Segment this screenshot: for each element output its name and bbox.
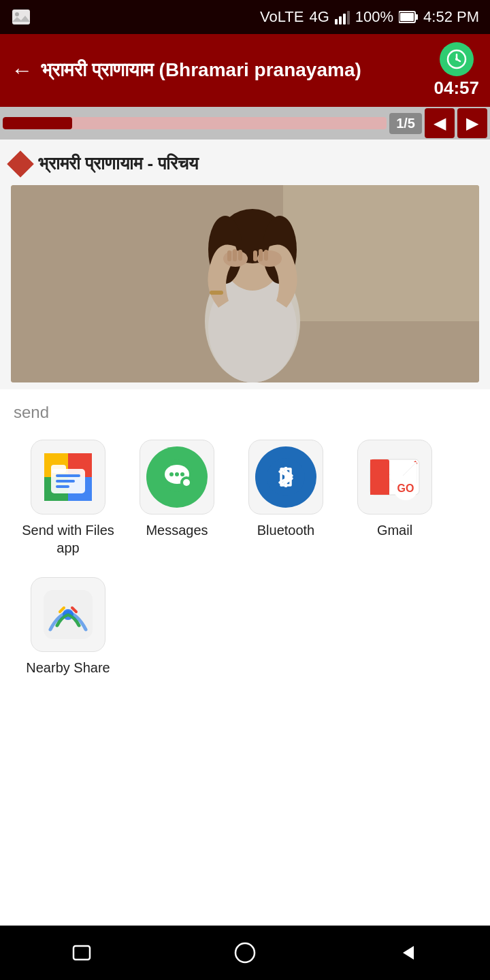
nearby-icon-container bbox=[31, 577, 105, 652]
share-grid: Send with Files app bbox=[0, 433, 490, 690]
nav-back-button[interactable] bbox=[388, 932, 429, 973]
svg-rect-5 bbox=[347, 11, 350, 24]
app-header: ← भ्रामरी प्राणायाम (Bhramari pranayama)… bbox=[0, 34, 490, 107]
section-title-row: भ्रामरी प्राणायाम - परिचय bbox=[11, 153, 479, 174]
section-title: भ्रामरी प्राणायाम - परिचय bbox=[38, 153, 198, 174]
svg-rect-3 bbox=[339, 16, 342, 24]
svg-rect-35 bbox=[51, 465, 66, 473]
bluetooth-label: Bluetooth bbox=[257, 521, 315, 539]
share-item-messages[interactable]: Messages bbox=[122, 433, 231, 570]
share-item-files[interactable]: Send with Files app bbox=[14, 433, 122, 570]
battery-icon bbox=[399, 10, 418, 24]
timer-value: 04:57 bbox=[434, 78, 480, 99]
svg-point-42 bbox=[183, 479, 190, 486]
svg-point-43 bbox=[169, 472, 174, 476]
progress-area: 1/5 ◀ ▶ bbox=[0, 107, 490, 140]
svg-point-44 bbox=[175, 472, 179, 476]
bluetooth-icon bbox=[255, 446, 316, 508]
timer-icon bbox=[440, 42, 474, 76]
nearby-label: Nearby Share bbox=[26, 659, 110, 676]
share-item-nearby[interactable]: Nearby Share bbox=[14, 570, 122, 690]
bluetooth-icon-container bbox=[248, 440, 323, 514]
svg-rect-38 bbox=[56, 485, 69, 488]
share-title: send bbox=[0, 403, 490, 433]
svg-rect-2 bbox=[335, 19, 338, 24]
nav-recents-button[interactable] bbox=[61, 932, 102, 973]
share-item-bluetooth[interactable]: Bluetooth bbox=[231, 433, 340, 570]
svg-point-57 bbox=[235, 943, 255, 962]
nav-home-button[interactable] bbox=[225, 932, 265, 973]
svg-point-10 bbox=[455, 58, 458, 61]
svg-rect-37 bbox=[56, 480, 75, 483]
signal-bars bbox=[335, 10, 350, 24]
svg-point-1 bbox=[15, 12, 19, 16]
prev-button[interactable]: ◀ bbox=[425, 108, 455, 138]
progress-bar bbox=[3, 117, 387, 129]
messages-icon bbox=[146, 446, 208, 508]
content-area: भ्रामरी प्राणायाम - परिचय bbox=[0, 140, 490, 389]
signal-indicator: 4G bbox=[309, 8, 329, 26]
next-button[interactable]: ▶ bbox=[457, 108, 487, 138]
svg-rect-4 bbox=[343, 14, 346, 24]
diamond-icon bbox=[7, 150, 34, 178]
svg-rect-56 bbox=[74, 946, 90, 960]
time-display: 4:52 PM bbox=[423, 8, 479, 26]
back-button[interactable]: ← bbox=[11, 58, 33, 83]
status-bar: VoLTE 4G 100% 4:52 PM bbox=[0, 0, 490, 34]
files-label: Send with Files app bbox=[19, 521, 117, 557]
page-title: भ्रामरी प्राणायाम (Bhramari pranayama) bbox=[41, 58, 426, 82]
battery-percent: 100% bbox=[355, 8, 393, 26]
share-sheet: send bbox=[0, 389, 490, 690]
svg-rect-8 bbox=[415, 14, 418, 20]
svg-rect-28 bbox=[11, 185, 479, 382]
files-icon-container bbox=[31, 440, 105, 514]
content-image bbox=[11, 185, 479, 382]
progress-label: 1/5 bbox=[389, 113, 422, 134]
gmail-label: Gmail bbox=[377, 521, 412, 539]
gmail-icon-container: GO bbox=[357, 440, 432, 514]
messages-icon-container bbox=[140, 440, 214, 514]
gallery-icon bbox=[11, 7, 31, 27]
svg-rect-36 bbox=[56, 474, 80, 477]
svg-point-45 bbox=[180, 472, 184, 476]
share-item-gmail[interactable]: GO Gmail bbox=[340, 433, 449, 570]
svg-rect-0 bbox=[12, 10, 30, 24]
bottom-navigation bbox=[0, 926, 490, 980]
volte-indicator: VoLTE bbox=[260, 8, 304, 26]
timer-widget: 04:57 bbox=[434, 42, 480, 99]
svg-marker-58 bbox=[403, 946, 414, 960]
progress-fill bbox=[3, 117, 72, 129]
messages-label: Messages bbox=[146, 521, 208, 539]
svg-rect-7 bbox=[400, 13, 414, 21]
svg-text:GO: GO bbox=[397, 483, 414, 494]
